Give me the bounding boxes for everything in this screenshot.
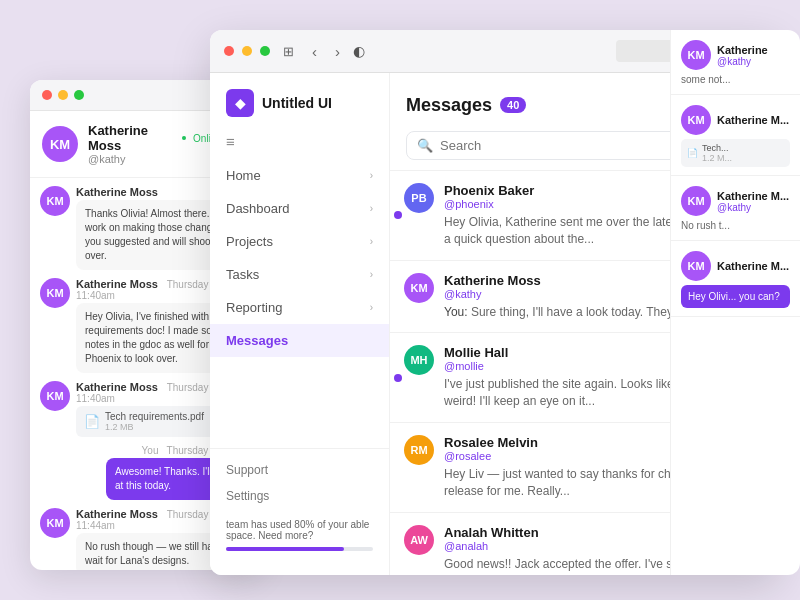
search-icon: 🔍 xyxy=(417,138,433,153)
right-panel: KM Katherine @kathy some not... KM Kathe… xyxy=(670,30,800,575)
sidebar-item-home[interactable]: Home › xyxy=(210,159,389,192)
logo-icon: ◆ xyxy=(226,89,254,117)
messages-count-badge: 40 xyxy=(500,97,526,113)
hamburger-area: ≡ xyxy=(210,133,389,151)
chevron-icon: › xyxy=(370,269,373,280)
unread-indicator xyxy=(394,374,402,382)
avatar: KM xyxy=(681,186,711,216)
avatar: KM xyxy=(40,186,70,216)
messages-title-area: Messages 40 xyxy=(406,95,526,116)
avatar: KM xyxy=(40,508,70,538)
forward-button[interactable]: › xyxy=(330,41,345,62)
back-button[interactable]: ‹ xyxy=(307,41,322,62)
brightness-icon[interactable]: ◐ xyxy=(353,43,365,59)
avatar: KM xyxy=(404,273,434,303)
file-icon: 📄 xyxy=(84,414,100,429)
avatar: KM xyxy=(42,126,78,162)
avatar: KM xyxy=(40,381,70,411)
sidebar-logo: ◆ Untitled UI xyxy=(210,89,389,133)
grid-view-button[interactable]: ⊞ xyxy=(278,42,299,61)
avatar: KM xyxy=(681,40,711,70)
sidebar-item-settings[interactable]: Settings xyxy=(226,483,373,509)
sidebar-item-messages[interactable]: Messages xyxy=(210,324,389,357)
app-name: Untitled UI xyxy=(262,95,332,111)
unread-indicator xyxy=(394,211,402,219)
chat-user-handle: @kathy xyxy=(88,153,222,165)
sidebar-item-reporting[interactable]: Reporting › xyxy=(210,291,389,324)
sidebar-item-tasks[interactable]: Tasks › xyxy=(210,258,389,291)
sidebar: ◆ Untitled UI ≡ Home › Dashboard › Proje… xyxy=(210,73,390,575)
maximize-dot xyxy=(74,90,84,100)
chevron-icon: › xyxy=(370,302,373,313)
minimize-dot xyxy=(58,90,68,100)
storage-bar xyxy=(226,547,373,551)
minimize-dot[interactable] xyxy=(242,46,252,56)
avatar: KM xyxy=(681,105,711,135)
avatar: KM xyxy=(40,278,70,308)
right-thread[interactable]: KM Katherine M... Hey Olivi... you can? xyxy=(671,241,800,317)
chevron-icon: › xyxy=(370,170,373,181)
close-dot[interactable] xyxy=(224,46,234,56)
maximize-dot[interactable] xyxy=(260,46,270,56)
sidebar-item-support[interactable]: Support xyxy=(226,457,373,483)
sidebar-item-dashboard[interactable]: Dashboard › xyxy=(210,192,389,225)
online-indicator xyxy=(180,134,188,142)
sent-bubble: Hey Olivi... you can? xyxy=(681,285,790,308)
avatar: RM xyxy=(404,435,434,465)
chevron-icon: › xyxy=(370,203,373,214)
right-thread[interactable]: KM Katherine @kathy some not... xyxy=(671,30,800,95)
right-thread[interactable]: KM Katherine M... 📄 Tech... 1.2 M... xyxy=(671,95,800,176)
storage-section: team has used 80% of your able space. Ne… xyxy=(226,519,373,551)
avatar: AW xyxy=(404,525,434,555)
sidebar-item-projects[interactable]: Projects › xyxy=(210,225,389,258)
sidebar-bottom: Support Settings team has used 80% of yo… xyxy=(210,448,389,559)
storage-fill xyxy=(226,547,344,551)
close-dot xyxy=(42,90,52,100)
chat-user-name: Katherine Moss Online xyxy=(88,123,222,153)
chevron-icon: › xyxy=(370,236,373,247)
right-thread[interactable]: KM Katherine M... @kathy No rush t... xyxy=(671,176,800,241)
file-attachment: 📄 Tech... 1.2 M... xyxy=(681,139,790,167)
avatar: PB xyxy=(404,183,434,213)
sidebar-nav: Home › Dashboard › Projects › Tasks › Re… xyxy=(210,159,389,448)
avatar: KM xyxy=(681,251,711,281)
hamburger-icon[interactable]: ≡ xyxy=(226,133,235,150)
avatar: MH xyxy=(404,345,434,375)
messages-title: Messages xyxy=(406,95,492,116)
file-icon: 📄 xyxy=(687,148,698,158)
